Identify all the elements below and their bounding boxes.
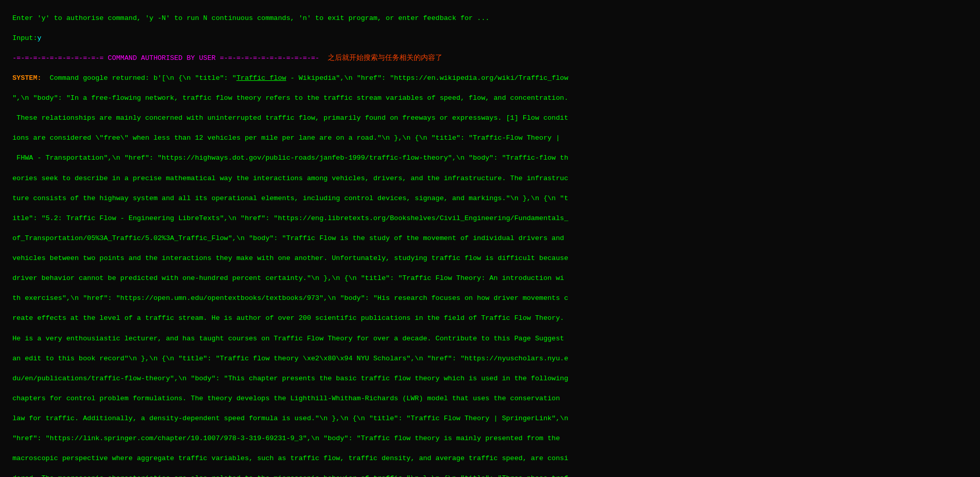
line-s20: dered. The macroscopic characteristics a… [12, 474, 568, 477]
terminal-window: Enter 'y' to authorise command, 'y -N' t… [4, 3, 976, 477]
line-s16: chapters for control problem formulation… [12, 395, 560, 402]
line-s17: law for traffic. Additionally, a density… [12, 415, 568, 422]
line-authorised: -=-=-=-=-=-=-=-=-=-=-= COMMAND AUTHORISE… [12, 54, 442, 62]
line-s7: itle": "5.2: Traffic Flow - Engineering … [12, 214, 568, 222]
line-s14: an edit to this book record"\n },\n {\n … [12, 355, 568, 362]
line-s12: reate effects at the level of a traffic … [12, 314, 564, 322]
line-auth-prompt: Enter 'y' to authorise command, 'y -N' t… [12, 14, 489, 22]
line-s11: th exercises",\n "href": "https://open.u… [12, 294, 568, 302]
line-s2: These relationships are mainly concerned… [12, 114, 568, 122]
line-s8: of_Transportation/05%3A_Traffic/5.02%3A_… [12, 234, 564, 242]
line-s9: vehicles between two points and the inte… [12, 254, 568, 262]
line-s13: He is a very enthousiastic lecturer, and… [12, 335, 564, 342]
line-s5: eories seek to describe in a precise mat… [12, 175, 568, 182]
line-s19: macroscopic perspective where aggregate … [12, 454, 568, 462]
line-s1: ",\n "body": "In a free-flowing network,… [12, 94, 568, 102]
line-s4: FHWA - Transportation",\n "href": "https… [12, 154, 568, 162]
line-s3: ions are considered \"free\" when less t… [12, 134, 560, 142]
line-s6: ture consists of the highway system and … [12, 194, 568, 202]
line-s10: driver behavior cannot be predicted with… [12, 274, 564, 282]
line-s18: "href": "https://link.springer.com/chapt… [12, 435, 560, 442]
line-system-start: SYSTEM: Command google returned: b'[\n {… [12, 74, 568, 82]
line-s15: du/en/publications/traffic-flow-theory",… [12, 375, 568, 382]
line-input: Input:y [12, 34, 41, 42]
